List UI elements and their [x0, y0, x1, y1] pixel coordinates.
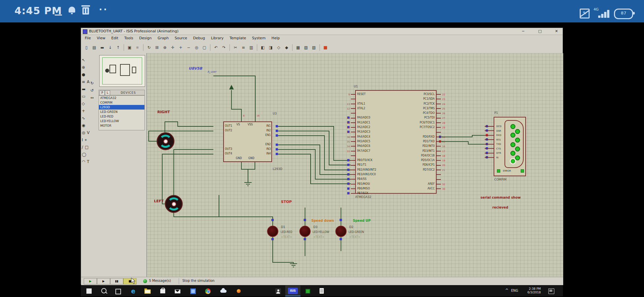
toolbar-icon-import[interactable]: ↓	[107, 45, 113, 50]
toolbar-icon-zoom-area[interactable]: ▢	[201, 45, 208, 50]
toolbar-icon-save[interactable]: ▬	[99, 45, 106, 50]
toolbar-icon-new[interactable]: ▯	[83, 45, 90, 50]
voltage-probe-mode-icon[interactable]: V	[87, 130, 90, 135]
toolbar-icon-block-copy[interactable]: ◧	[260, 45, 266, 50]
2d-text-mode-icon[interactable]: T	[87, 159, 89, 164]
subcircuit-mode-icon[interactable]: ▭	[82, 94, 85, 99]
mirror-icon[interactable]: ↔	[90, 95, 94, 100]
menu-help[interactable]: Help	[268, 36, 283, 40]
menu-system[interactable]: System	[249, 36, 268, 40]
text-script-mode-icon[interactable]: A	[87, 80, 89, 84]
graph-mode-icon[interactable]: ∿	[82, 116, 85, 120]
toolbar-icon-cut[interactable]: ✂	[232, 45, 239, 50]
toolbar-icon-zoom-out[interactable]: −	[185, 45, 192, 50]
toolbar-icon-print[interactable]: ▣	[126, 45, 133, 50]
notepad-icon[interactable]	[318, 287, 326, 295]
toolbar-icon-block-rotate[interactable]: ◇	[275, 45, 282, 50]
toolbar-icon-zoom-all[interactable]: ◎	[193, 45, 200, 50]
blue-app-icon[interactable]	[189, 287, 198, 295]
menu-file[interactable]: File	[82, 36, 94, 40]
minimize-button[interactable]: ─	[521, 29, 526, 34]
toolbar-icon-make-device[interactable]: ▧	[303, 45, 309, 50]
selection-mode-icon[interactable]: ↖	[82, 58, 85, 62]
left-motor[interactable]	[165, 195, 183, 213]
toolbar-icon-copy[interactable]: ≡	[240, 45, 247, 50]
right-motor[interactable]	[157, 132, 174, 150]
store-icon[interactable]	[159, 287, 167, 295]
wire-label-mode-icon[interactable]: ≡	[82, 80, 85, 84]
2d-arc-mode-icon[interactable]: ◠	[82, 159, 85, 164]
trash-icon[interactable]	[82, 7, 89, 15]
device-list-item-selected[interactable]: L293D	[99, 105, 144, 110]
toolbar-icon-redraw[interactable]: ↻	[146, 45, 152, 50]
terminal-mode-icon[interactable]: ◇	[82, 101, 85, 106]
power-net-label[interactable]: U8V5B	[189, 66, 202, 71]
onedrive-icon[interactable]	[219, 287, 228, 295]
sim-step-button[interactable]: ▶	[97, 278, 110, 284]
schematic-canvas[interactable]: U8V5B A_user RIGHT LEFT U3 8 16 OUT1 OUT…	[146, 53, 563, 277]
rotate-ccw-icon[interactable]: ↺	[90, 88, 94, 93]
sim-play-button[interactable]: ▶	[84, 278, 97, 284]
menu-library[interactable]: Library	[208, 36, 227, 40]
file-explorer-icon[interactable]	[143, 287, 152, 295]
toolbar-icon-mark-area[interactable]: ⌗	[134, 45, 141, 50]
toolbar-icon-origin[interactable]: ⊕	[162, 45, 168, 50]
device-list-item[interactable]: LED-YELLOW	[99, 119, 144, 123]
toolbar-icon-paste[interactable]: ▥	[248, 45, 255, 50]
menu-edit[interactable]: Edit	[108, 36, 121, 40]
led-yellow[interactable]	[299, 226, 311, 237]
rotate-cw-icon[interactable]: ↻	[90, 81, 94, 85]
task-view-icon[interactable]	[114, 287, 122, 295]
device-list-item[interactable]: LED-RED	[99, 114, 144, 119]
people-icon[interactable]	[274, 287, 283, 295]
toolbar-icon-netlist-ares[interactable]: ■	[322, 45, 329, 50]
menu-design[interactable]: Design	[136, 36, 155, 40]
compose-disabled-icon[interactable]: ✎	[580, 9, 590, 18]
toolbar-icon-grid[interactable]: ⊞	[154, 45, 160, 50]
toolbar-icon-redo[interactable]: ↷	[221, 45, 227, 50]
library-button[interactable]: L	[105, 90, 110, 95]
sim-pause-button[interactable]: ▮▮	[110, 278, 123, 284]
junction-dot-mode-icon[interactable]: ●	[82, 72, 85, 77]
message-indicator-icon[interactable]	[143, 279, 147, 283]
toolbar-icon-center[interactable]: ✛	[169, 45, 176, 50]
menu-tools[interactable]: Tools	[121, 36, 136, 40]
close-button[interactable]: ✕	[554, 29, 559, 34]
menu-debug[interactable]: Debug	[190, 36, 208, 40]
led-red[interactable]	[267, 226, 278, 237]
current-probe-mode-icon[interactable]: I	[82, 138, 83, 142]
toolbar-icon-export[interactable]: ↑	[115, 45, 121, 50]
menu-template[interactable]: Template	[227, 36, 249, 40]
toolbar-icon-packaging[interactable]: ▨	[311, 45, 317, 50]
message-count[interactable]: 5 Message(s)	[149, 279, 171, 282]
2d-box-mode-icon[interactable]: □	[85, 145, 88, 149]
chrome-icon[interactable]	[204, 287, 212, 295]
2d-circle-mode-icon[interactable]: ◯	[82, 152, 86, 157]
device-list-item[interactable]: LED-GREEN	[99, 110, 144, 114]
toolbar-icon-block-move[interactable]: ◨	[267, 45, 274, 50]
toolbar-icon-block-delete[interactable]: ◆	[283, 45, 290, 50]
toolbar-icon-open[interactable]: ▤	[91, 45, 98, 50]
toolbar-icon-pick-device[interactable]: ▦	[295, 45, 301, 50]
toolbar-icon-undo[interactable]: ↶	[213, 45, 219, 50]
device-list-item[interactable]: COMPIM	[99, 100, 144, 105]
overflow-menu-icon[interactable]: ··	[99, 5, 108, 15]
pick-devices-button[interactable]: P	[100, 90, 105, 95]
2d-line-mode-icon[interactable]: /	[82, 145, 83, 149]
start-button[interactable]	[85, 287, 94, 295]
tape-recorder-mode-icon[interactable]: ◉	[82, 123, 85, 128]
component-mode-icon[interactable]: ⊕	[82, 65, 85, 70]
maximize-button[interactable]: □	[537, 29, 542, 34]
led-green[interactable]	[335, 226, 347, 237]
toolbar-icon-zoom-in[interactable]: +	[177, 45, 184, 50]
title-bar[interactable]: BLUETOOTH_UART - ISIS Professional (Anim…	[81, 28, 563, 35]
mail-icon[interactable]	[173, 287, 182, 295]
tray-chevron-icon[interactable]: ^	[505, 288, 508, 293]
search-icon[interactable]	[100, 287, 108, 295]
edge-icon[interactable]: e	[129, 287, 138, 295]
device-list-item[interactable]: ATMEGA32	[99, 96, 144, 100]
device-pin-mode-icon[interactable]: +	[82, 109, 85, 113]
bus-mode-icon[interactable]: ▬	[82, 87, 85, 91]
menu-view[interactable]: View	[94, 36, 108, 40]
bell-icon[interactable]	[69, 7, 75, 13]
